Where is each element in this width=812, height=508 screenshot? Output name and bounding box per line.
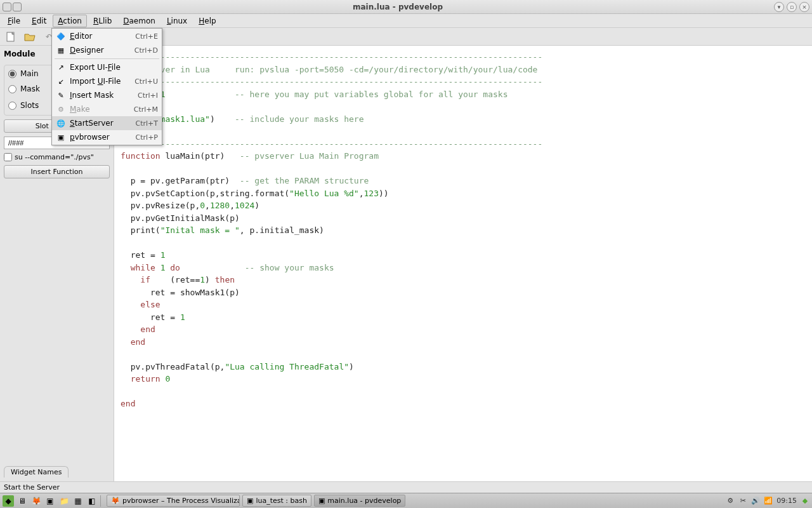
menu-action-import[interactable]: ↙ Import UI-File Ctrl+U <box>52 74 162 88</box>
code-kw: end <box>121 399 135 408</box>
menu-edit[interactable]: Edit <box>27 15 51 27</box>
code-str: "Lua calling ThreadFatal" <box>225 362 349 371</box>
code-str: "mask1.lua" <box>155 114 210 124</box>
code-line <box>180 263 245 272</box>
su-command-checkbox[interactable] <box>4 153 12 161</box>
status-text: Start the Server <box>4 483 60 491</box>
code-num: 1280 <box>210 201 230 210</box>
code-line: print( <box>121 225 160 235</box>
taskbar-item-pvbrowser[interactable]: 🦊pvbrowser – The Process Visualization B… <box>107 495 240 507</box>
code-line: ret = <box>121 250 160 260</box>
menu-action-editor[interactable]: 🔷 Editor Ctrl+E <box>52 29 162 43</box>
menu-action[interactable]: Action <box>53 15 87 27</box>
app-launcher-icon[interactable]: ▦ <box>72 495 84 507</box>
export-icon: ↗ <box>56 62 66 72</box>
window-titlebar: main.lua - pvdevelop ▾ ▫ × <box>0 0 812 14</box>
menu-action-pvbrowser[interactable]: ▣ pvbrowser Ctrl+P <box>52 130 162 144</box>
system-tray: ⚙ ✂ 🔊 📶 09:15 ◆ <box>726 497 809 505</box>
widget-names-tab-container: Widget Names <box>4 466 110 478</box>
app-launcher2-icon[interactable]: ◧ <box>86 495 98 507</box>
window-title: main.lua - pvdevelop <box>22 3 774 11</box>
radio-slots-label: Slots <box>20 101 39 110</box>
tray-network-icon[interactable]: 📶 <box>764 497 773 505</box>
toolbar-open-icon[interactable] <box>23 30 37 44</box>
code-editor[interactable]: ----------------------------------------… <box>114 46 812 481</box>
code-num: 1 <box>180 312 185 322</box>
app-icon-2 <box>13 3 22 11</box>
insert-function-button[interactable]: Insert Function <box>4 165 110 178</box>
firefox-icon[interactable]: 🦊 <box>30 495 42 507</box>
pvdevelop-small-icon: ▣ <box>318 497 325 505</box>
code-line <box>155 263 160 272</box>
taskbar: ◆ 🖥 🦊 ▣ 📁 ▦ ◧ 🦊pvbrowser – The Process V… <box>0 493 812 508</box>
code-num: 0 <box>200 201 205 210</box>
code-line: -- pvserver Lua Main Program <box>240 151 379 161</box>
tray-gear-icon[interactable]: ⚙ <box>726 497 735 505</box>
code-line: , <box>230 201 235 210</box>
code-num: 0 <box>165 374 170 384</box>
tray-clock[interactable]: 09:15 <box>776 497 797 505</box>
code-line: luaMain(ptr) <box>160 151 240 161</box>
code-line: pv.pvGetInitialMask(p) <box>121 213 240 223</box>
tray-suse-icon[interactable]: ◆ <box>801 497 809 505</box>
code-kw: end <box>121 337 145 347</box>
radio-mask-input[interactable] <box>8 85 16 93</box>
minimize-button[interactable]: ▾ <box>774 2 784 12</box>
tray-clip-icon[interactable]: ✂ <box>738 497 747 505</box>
start-menu-icon[interactable]: ◆ <box>3 495 14 507</box>
designer-icon: ▦ <box>56 45 66 55</box>
pvbrowser-icon: ▣ <box>56 132 66 142</box>
code-str: "Hello Lua %d" <box>289 189 359 198</box>
code-line: p = pv.getParam(ptr) <box>121 176 240 185</box>
taskbar-item-luatest[interactable]: ▣lua_test : bash <box>242 495 311 507</box>
code-num: 1024 <box>235 201 254 210</box>
su-command-check[interactable]: su --command="./pvs" <box>4 153 110 161</box>
menu-action-designer[interactable]: ▦ Designer Ctrl+D <box>52 43 162 57</box>
taskbar-separator <box>100 495 104 507</box>
code-line: pv.pvThreadFatal(p, <box>121 362 225 371</box>
code-kw: function <box>121 151 160 161</box>
code-num: 1 <box>160 250 166 260</box>
menu-daemon[interactable]: Daemon <box>118 15 160 27</box>
toolbar-new-icon[interactable] <box>4 30 18 44</box>
menu-help[interactable]: Help <box>193 15 221 27</box>
code-line: ret = showMask1(p) <box>121 288 240 297</box>
code-line: , <box>205 201 210 210</box>
terminal-icon[interactable]: ▣ <box>44 495 56 507</box>
menu-action-insertmask[interactable]: ✎ Insert Mask Ctrl+I <box>52 88 162 102</box>
menu-linux[interactable]: Linux <box>162 15 192 27</box>
desktop-icon[interactable]: 🖥 <box>16 495 28 507</box>
startserver-icon: 🌐 <box>56 118 66 128</box>
code-num: 123 <box>364 189 379 198</box>
menu-file[interactable]: File <box>3 15 25 27</box>
code-line: ret = <box>121 312 180 322</box>
statusbar: Start the Server <box>0 481 812 493</box>
code-kw: if <box>121 275 150 284</box>
app-icon <box>3 3 11 11</box>
taskbar-item-pvdevelop[interactable]: ▣main.lua - pvdevelop <box>314 495 405 507</box>
tray-volume-icon[interactable]: 🔊 <box>751 497 760 505</box>
menu-action-startserver[interactable]: 🌐 StartServer Ctrl+T <box>52 116 162 130</box>
code-kw: do <box>170 263 180 272</box>
code-kw: return <box>121 374 160 384</box>
import-icon: ↙ <box>56 76 66 86</box>
files-icon[interactable]: 📁 <box>58 495 70 507</box>
code-line: ----------------------------------------… <box>121 139 542 149</box>
action-dropdown: 🔷 Editor Ctrl+E ▦ Designer Ctrl+D ↗ Expo… <box>51 28 162 145</box>
menu-action-export[interactable]: ↗ Export UI-File <box>52 60 162 74</box>
widget-names-tab[interactable]: Widget Names <box>4 466 69 478</box>
menu-rllib[interactable]: RLlib <box>88 15 117 27</box>
close-button[interactable]: × <box>799 2 809 12</box>
maximize-button[interactable]: ▫ <box>787 2 797 12</box>
code-line: -- pvserver in Lua run: pvslua -port=505… <box>121 65 537 74</box>
code-line: ) <box>254 201 259 210</box>
firefox-small-icon: 🦊 <box>111 497 120 505</box>
code-line: ) <box>210 114 235 124</box>
code-line: , p.initial_mask) <box>240 225 324 235</box>
radio-slots-input[interactable] <box>8 102 16 110</box>
code-kw: end <box>121 324 155 334</box>
radio-main-input[interactable] <box>8 70 16 78</box>
code-line: ----------------------------------------… <box>121 52 542 62</box>
terminal-small-icon: ▣ <box>247 497 253 505</box>
editor-icon: 🔷 <box>56 31 66 41</box>
